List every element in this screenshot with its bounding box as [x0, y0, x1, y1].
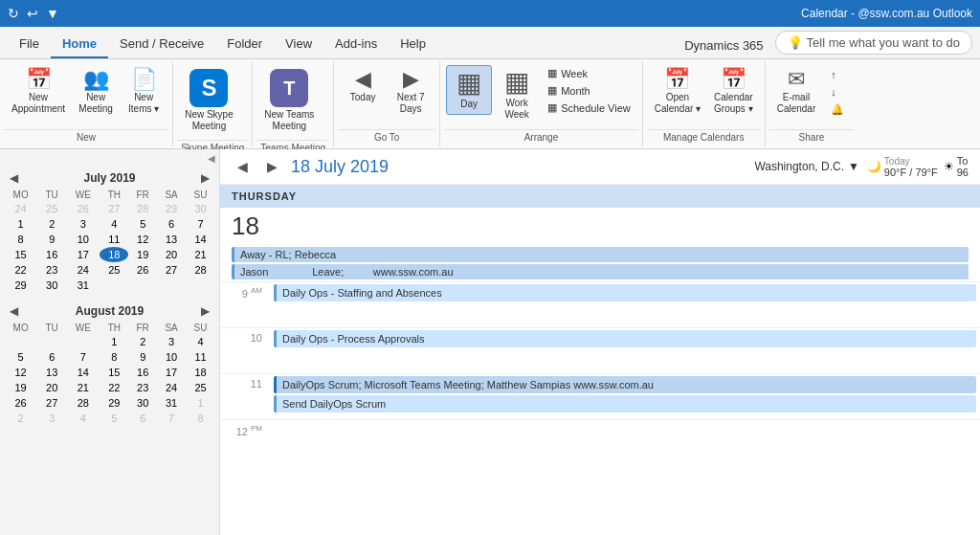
event-daily-ops-staffing[interactable]: Daily Ops - Staffing and Absences	[274, 284, 976, 301]
date-cell[interactable]: 7	[66, 349, 100, 365]
email-calendar-button[interactable]: ✉ E-mailCalendar	[771, 65, 822, 119]
date-cell[interactable]: 17	[66, 247, 100, 262]
date-cell[interactable]: 5	[100, 411, 128, 426]
schedule-view-button[interactable]: ▦ Schedule View	[542, 100, 636, 116]
day-view-button[interactable]: ▦ Day	[446, 65, 492, 115]
date-cell[interactable]: 21	[186, 247, 215, 262]
date-cell[interactable]: 25	[37, 201, 66, 216]
date-cell[interactable]: 24	[66, 262, 100, 278]
date-cell[interactable]: 5	[128, 216, 157, 232]
tab-file[interactable]: File	[8, 31, 51, 58]
date-cell[interactable]: 4	[100, 216, 128, 232]
tab-send-receive[interactable]: Send / Receive	[108, 31, 215, 58]
event-send-dailyops-scrum[interactable]: Send DailyOps Scrum	[274, 395, 976, 412]
date-cell[interactable]: 19	[128, 247, 157, 262]
tab-home[interactable]: Home	[51, 31, 108, 58]
open-calendar-button[interactable]: 📅 OpenCalendar ▾	[649, 65, 706, 119]
date-cell[interactable]: 13	[157, 232, 186, 247]
date-cell[interactable]: 3	[66, 216, 100, 232]
new-items-button[interactable]: 📄 NewItems ▾	[121, 65, 167, 119]
dropdown-icon[interactable]: ▼	[46, 6, 59, 21]
date-cell[interactable]: 19	[4, 380, 37, 395]
august-next-btn[interactable]: ▶	[197, 304, 213, 318]
date-cell[interactable]: 30	[37, 278, 66, 293]
undo-icon[interactable]: ↩	[27, 6, 38, 21]
tell-me-search[interactable]: 💡 Tell me what you want to do	[775, 31, 972, 55]
date-cell[interactable]: 2	[4, 411, 37, 426]
cal-next-btn[interactable]: ▶	[261, 157, 283, 176]
date-cell[interactable]: 28	[186, 262, 215, 278]
date-cell[interactable]: 1	[186, 395, 215, 411]
date-cell[interactable]: 31	[157, 395, 186, 411]
date-cell[interactable]: 24	[157, 380, 186, 395]
date-cell[interactable]: 31	[66, 278, 100, 293]
date-cell[interactable]: 4	[186, 334, 215, 349]
date-cell[interactable]: 26	[128, 262, 157, 278]
allday-event-2[interactable]: Jason Leave; www.ssw.com.au	[232, 264, 969, 279]
date-cell[interactable]: 7	[186, 216, 215, 232]
date-cell[interactable]: 28	[128, 201, 157, 216]
tab-addins[interactable]: Add-ins	[323, 31, 389, 58]
cal-prev-btn[interactable]: ◀	[232, 157, 254, 176]
date-cell[interactable]: 14	[66, 365, 100, 380]
date-cell[interactable]: 23	[128, 380, 157, 395]
date-cell[interactable]: 30	[128, 395, 157, 411]
date-cell[interactable]: 4	[66, 411, 100, 426]
date-cell[interactable]: 6	[37, 349, 66, 365]
date-cell[interactable]: 3	[37, 411, 66, 426]
new-skype-meeting-button[interactable]: S New SkypeMeeting	[179, 65, 239, 136]
date-cell[interactable]: 22	[100, 380, 128, 395]
date-cell[interactable]: 24	[4, 201, 37, 216]
date-cell[interactable]: 2	[128, 334, 157, 349]
date-cell[interactable]: 10	[157, 349, 186, 365]
date-cell[interactable]: 8	[186, 411, 215, 426]
tab-view[interactable]: View	[274, 31, 323, 58]
date-cell[interactable]: 9	[37, 232, 66, 247]
date-cell[interactable]: 21	[66, 380, 100, 395]
date-cell[interactable]: 11	[100, 232, 128, 247]
date-cell[interactable]: 20	[37, 380, 66, 395]
date-cell[interactable]: 2	[37, 216, 66, 232]
location-dropdown-icon[interactable]: ▼	[848, 160, 859, 173]
new-appointment-button[interactable]: 📅 NewAppointment	[6, 65, 71, 119]
date-cell[interactable]: 5	[4, 349, 37, 365]
date-cell[interactable]: 25	[186, 380, 215, 395]
date-cell[interactable]: 27	[100, 201, 128, 216]
date-cell[interactable]: 27	[37, 395, 66, 411]
refresh-icon[interactable]: ↻	[8, 6, 19, 21]
date-cell[interactable]: 22	[4, 262, 37, 278]
date-cell[interactable]: 6	[128, 411, 157, 426]
event-dailyops-scrum[interactable]: DailyOps Scrum; Microsoft Teams Meeting;…	[274, 376, 976, 393]
date-cell[interactable]: 8	[4, 232, 37, 247]
calendar-groups-button[interactable]: 📅 CalendarGroups ▾	[708, 65, 759, 119]
tab-help[interactable]: Help	[389, 31, 437, 58]
tab-folder[interactable]: Folder	[215, 31, 274, 58]
july-next-btn[interactable]: ▶	[197, 171, 213, 185]
date-cell[interactable]: 30	[186, 201, 215, 216]
week-button[interactable]: ▦ Week	[542, 65, 636, 81]
collapse-sidebar-btn[interactable]: ◀	[208, 153, 215, 164]
date-cell[interactable]: 6	[157, 216, 186, 232]
workweek-button[interactable]: ▦ WorkWeek	[494, 65, 540, 124]
date-cell[interactable]: 27	[157, 262, 186, 278]
date-cell[interactable]: 17	[157, 365, 186, 380]
date-cell[interactable]: 1	[100, 334, 128, 349]
date-cell[interactable]: 29	[4, 278, 37, 293]
date-cell[interactable]: 15	[4, 247, 37, 262]
august-prev-btn[interactable]: ◀	[6, 304, 22, 318]
event-daily-ops-process[interactable]: Daily Ops - Process Approvals	[274, 330, 976, 347]
today-button[interactable]: ◀ Today	[340, 65, 386, 107]
date-cell[interactable]: 26	[4, 395, 37, 411]
date-cell[interactable]: 10	[66, 232, 100, 247]
new-teams-meeting-button[interactable]: T New TeamsMeeting	[258, 65, 320, 136]
date-cell[interactable]: 23	[37, 262, 66, 278]
date-cell[interactable]: 20	[157, 247, 186, 262]
month-button[interactable]: ▦ Month	[542, 82, 636, 99]
date-cell[interactable]: 28	[66, 395, 100, 411]
date-cell[interactable]: 14	[186, 232, 215, 247]
date-cell[interactable]: 15	[100, 365, 128, 380]
next7days-button[interactable]: ▶ Next 7Days	[388, 65, 434, 119]
date-cell[interactable]: 13	[37, 365, 66, 380]
date-cell-today[interactable]: 18	[100, 247, 128, 262]
dynamics-link[interactable]: Dynamics 365	[673, 33, 774, 58]
